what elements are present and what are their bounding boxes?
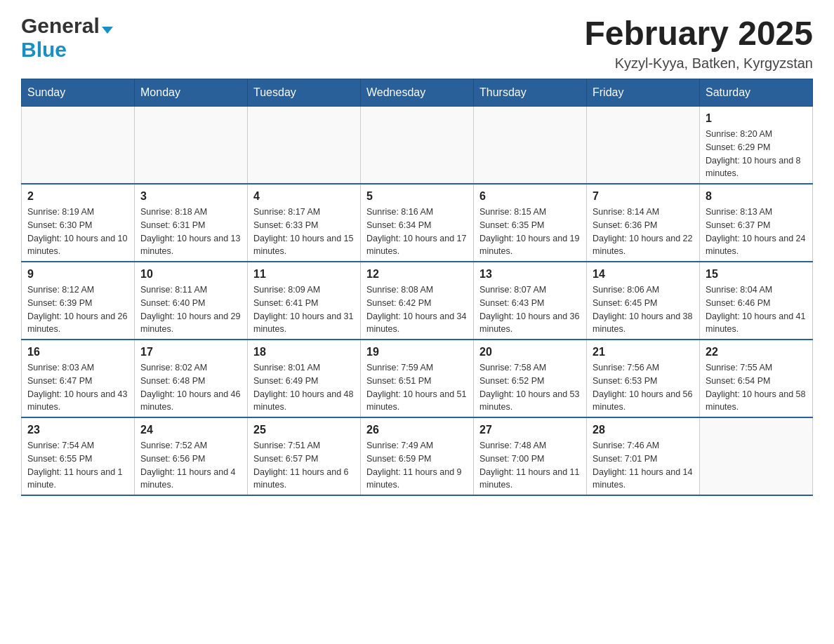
calendar-header-row: SundayMondayTuesdayWednesdayThursdayFrid… [22,79,813,107]
day-info: Sunrise: 7:58 AMSunset: 6:52 PMDaylight:… [479,361,581,414]
day-info: Sunrise: 7:55 AMSunset: 6:54 PMDaylight:… [706,361,807,414]
calendar-header-tuesday: Tuesday [248,79,361,107]
logo: General Blue [21,14,113,62]
calendar-week-row: 9Sunrise: 8:12 AMSunset: 6:39 PMDaylight… [22,262,813,340]
day-number: 10 [140,268,241,281]
calendar-day-cell: 9Sunrise: 8:12 AMSunset: 6:39 PMDaylight… [22,262,135,340]
day-info: Sunrise: 8:16 AMSunset: 6:34 PMDaylight:… [366,206,468,258]
calendar-day-cell: 7Sunrise: 8:14 AMSunset: 6:36 PMDaylight… [587,184,700,262]
calendar-day-cell: 18Sunrise: 8:01 AMSunset: 6:49 PMDayligh… [248,340,361,417]
day-info: Sunrise: 8:18 AMSunset: 6:31 PMDaylight:… [140,206,241,258]
month-title: February 2025 [584,14,813,53]
logo-general-text: General [21,14,100,38]
calendar-table: SundayMondayTuesdayWednesdayThursdayFrid… [21,79,813,496]
calendar-day-cell: 8Sunrise: 8:13 AMSunset: 6:37 PMDaylight… [700,184,813,262]
day-number: 18 [253,346,355,358]
day-info: Sunrise: 7:52 AMSunset: 6:56 PMDaylight:… [140,439,241,492]
day-number: 7 [593,190,694,203]
day-info: Sunrise: 7:48 AMSunset: 7:00 PMDaylight:… [479,439,581,492]
calendar-day-cell: 11Sunrise: 8:09 AMSunset: 6:41 PMDayligh… [248,262,361,340]
day-number: 3 [140,190,241,203]
calendar-day-cell [587,107,700,185]
calendar-week-row: 23Sunrise: 7:54 AMSunset: 6:55 PMDayligh… [22,417,813,495]
calendar-week-row: 16Sunrise: 8:03 AMSunset: 6:47 PMDayligh… [22,340,813,417]
calendar-day-cell: 20Sunrise: 7:58 AMSunset: 6:52 PMDayligh… [474,340,587,417]
calendar-week-row: 1Sunrise: 8:20 AMSunset: 6:29 PMDaylight… [22,107,813,185]
day-number: 12 [366,268,468,281]
calendar-day-cell [22,107,135,185]
day-info: Sunrise: 7:46 AMSunset: 7:01 PMDaylight:… [593,439,694,492]
calendar-day-cell: 16Sunrise: 8:03 AMSunset: 6:47 PMDayligh… [22,340,135,417]
calendar-day-cell [248,107,361,185]
calendar-header-friday: Friday [587,79,700,107]
location-text: Kyzyl-Kyya, Batken, Kyrgyzstan [584,55,813,72]
calendar-day-cell: 23Sunrise: 7:54 AMSunset: 6:55 PMDayligh… [22,417,135,495]
calendar-day-cell: 10Sunrise: 8:11 AMSunset: 6:40 PMDayligh… [135,262,248,340]
calendar-day-cell: 12Sunrise: 8:08 AMSunset: 6:42 PMDayligh… [361,262,474,340]
calendar-day-cell: 25Sunrise: 7:51 AMSunset: 6:57 PMDayligh… [248,417,361,495]
day-number: 17 [140,346,241,358]
calendar-day-cell: 19Sunrise: 7:59 AMSunset: 6:51 PMDayligh… [361,340,474,417]
day-number: 11 [253,268,355,281]
day-info: Sunrise: 8:04 AMSunset: 6:46 PMDaylight:… [706,283,807,336]
calendar-day-cell [700,417,813,495]
day-number: 16 [27,346,128,358]
day-number: 15 [706,268,807,281]
calendar-day-cell: 5Sunrise: 8:16 AMSunset: 6:34 PMDaylight… [361,184,474,262]
day-number: 6 [479,190,581,203]
day-info: Sunrise: 8:15 AMSunset: 6:35 PMDaylight:… [479,206,581,258]
calendar-week-row: 2Sunrise: 8:19 AMSunset: 6:30 PMDaylight… [22,184,813,262]
day-number: 9 [27,268,128,281]
day-info: Sunrise: 8:12 AMSunset: 6:39 PMDaylight:… [27,283,128,336]
logo-chevron-icon [102,27,113,34]
calendar-day-cell: 14Sunrise: 8:06 AMSunset: 6:45 PMDayligh… [587,262,700,340]
calendar-day-cell [135,107,248,185]
calendar-day-cell: 26Sunrise: 7:49 AMSunset: 6:59 PMDayligh… [361,417,474,495]
calendar-header-sunday: Sunday [22,79,135,107]
day-number: 26 [366,424,468,436]
day-number: 13 [479,268,581,281]
day-number: 23 [27,424,128,436]
day-info: Sunrise: 8:09 AMSunset: 6:41 PMDaylight:… [253,283,355,336]
day-info: Sunrise: 8:17 AMSunset: 6:33 PMDaylight:… [253,206,355,258]
calendar-day-cell: 6Sunrise: 8:15 AMSunset: 6:35 PMDaylight… [474,184,587,262]
day-info: Sunrise: 8:11 AMSunset: 6:40 PMDaylight:… [140,283,241,336]
day-number: 28 [593,424,694,436]
day-info: Sunrise: 8:19 AMSunset: 6:30 PMDaylight:… [27,206,128,258]
day-info: Sunrise: 8:08 AMSunset: 6:42 PMDaylight:… [366,283,468,336]
calendar-day-cell: 27Sunrise: 7:48 AMSunset: 7:00 PMDayligh… [474,417,587,495]
calendar-day-cell: 22Sunrise: 7:55 AMSunset: 6:54 PMDayligh… [700,340,813,417]
day-number: 27 [479,424,581,436]
day-number: 24 [140,424,241,436]
day-number: 19 [366,346,468,358]
day-number: 5 [366,190,468,203]
calendar-day-cell: 3Sunrise: 8:18 AMSunset: 6:31 PMDaylight… [135,184,248,262]
calendar-day-cell: 1Sunrise: 8:20 AMSunset: 6:29 PMDaylight… [700,107,813,185]
day-number: 22 [706,346,807,358]
day-info: Sunrise: 8:03 AMSunset: 6:47 PMDaylight:… [27,361,128,414]
day-number: 14 [593,268,694,281]
day-number: 21 [593,346,694,358]
day-info: Sunrise: 7:54 AMSunset: 6:55 PMDaylight:… [27,439,128,492]
day-number: 20 [479,346,581,358]
day-info: Sunrise: 7:59 AMSunset: 6:51 PMDaylight:… [366,361,468,414]
day-info: Sunrise: 8:14 AMSunset: 6:36 PMDaylight:… [593,206,694,258]
day-info: Sunrise: 7:51 AMSunset: 6:57 PMDaylight:… [253,439,355,492]
day-number: 25 [253,424,355,436]
title-block: February 2025 Kyzyl-Kyya, Batken, Kyrgyz… [584,14,813,72]
day-number: 1 [706,112,807,125]
calendar-header-monday: Monday [135,79,248,107]
calendar-day-cell: 28Sunrise: 7:46 AMSunset: 7:01 PMDayligh… [587,417,700,495]
day-number: 4 [253,190,355,203]
calendar-day-cell [361,107,474,185]
calendar-day-cell: 17Sunrise: 8:02 AMSunset: 6:48 PMDayligh… [135,340,248,417]
calendar-header-saturday: Saturday [700,79,813,107]
day-info: Sunrise: 8:01 AMSunset: 6:49 PMDaylight:… [253,361,355,414]
day-info: Sunrise: 7:49 AMSunset: 6:59 PMDaylight:… [366,439,468,492]
calendar-day-cell: 4Sunrise: 8:17 AMSunset: 6:33 PMDaylight… [248,184,361,262]
logo-blue-text: Blue [21,38,67,61]
calendar-day-cell: 2Sunrise: 8:19 AMSunset: 6:30 PMDaylight… [22,184,135,262]
calendar-day-cell: 15Sunrise: 8:04 AMSunset: 6:46 PMDayligh… [700,262,813,340]
day-info: Sunrise: 7:56 AMSunset: 6:53 PMDaylight:… [593,361,694,414]
day-info: Sunrise: 8:20 AMSunset: 6:29 PMDaylight:… [706,128,807,180]
